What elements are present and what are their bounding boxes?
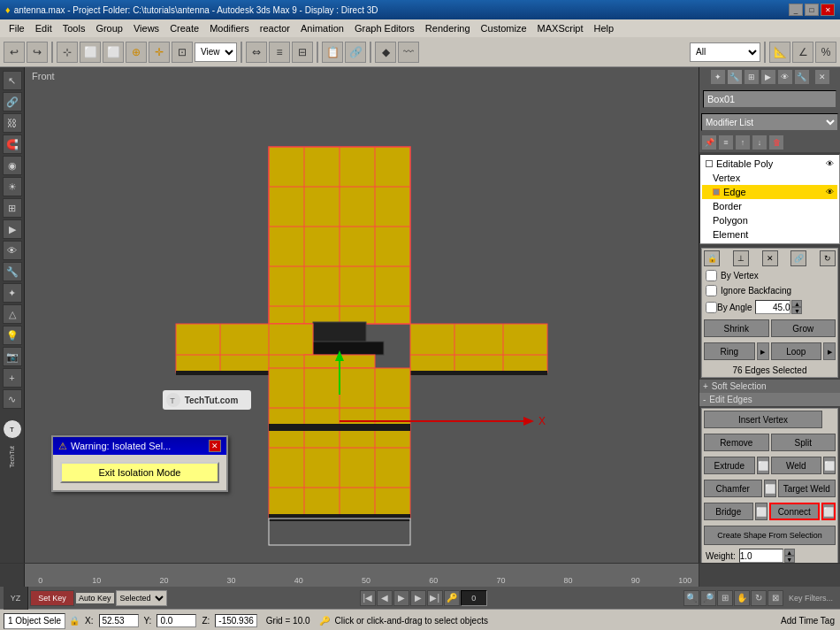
toolbar-snap[interactable]: 📐 xyxy=(769,42,790,63)
tool-light[interactable]: ☀ xyxy=(3,177,22,196)
tool-motion[interactable]: ▶ xyxy=(3,219,22,239)
panel-tab-modify[interactable]: 🔧 xyxy=(727,69,743,85)
toolbar-redo[interactable]: ↪ xyxy=(27,42,48,63)
tool-lights[interactable]: 💡 xyxy=(3,326,22,345)
toolbar-layer[interactable]: 📋 xyxy=(322,42,343,63)
titlebar-controls[interactable]: _ □ ✕ xyxy=(789,4,835,16)
toolbar-region[interactable]: ⬜ xyxy=(80,42,101,63)
connect-settings[interactable]: ⬜ xyxy=(821,503,836,520)
viewport[interactable]: Front xyxy=(25,67,699,563)
tool-cameras[interactable]: 📷 xyxy=(3,347,22,366)
menu-edit[interactable]: Edit xyxy=(30,21,57,35)
modifier-list-dropdown[interactable]: Modifier List xyxy=(701,113,838,131)
weld-settings[interactable]: ⬜ xyxy=(823,457,836,474)
x-value[interactable]: 52.53 xyxy=(99,614,139,627)
toolbar-undo[interactable]: ↩ xyxy=(4,42,25,63)
menu-animation[interactable]: Animation xyxy=(295,21,349,35)
menu-tools[interactable]: Tools xyxy=(57,21,91,35)
chamfer-settings[interactable]: ⬜ xyxy=(764,480,776,497)
toolbar-select[interactable]: ⊹ xyxy=(57,42,78,63)
add-time-tag[interactable]: Add Time Tag xyxy=(779,616,836,626)
stack-editable-poly[interactable]: Editable Poly 👁 xyxy=(702,157,837,171)
extrude-button[interactable]: Extrude xyxy=(704,457,755,474)
menu-reactor[interactable]: reactor xyxy=(255,21,295,35)
stack-delete-btn[interactable]: 🗑 xyxy=(768,134,784,150)
panel-tab-hierarchy[interactable]: ⊞ xyxy=(744,69,760,85)
stack-down-btn[interactable]: ↓ xyxy=(752,134,767,150)
toolbar-percent-snap[interactable]: % xyxy=(815,42,836,63)
stack-nav-lock[interactable]: 🔒 xyxy=(704,250,720,266)
stack-element[interactable]: Element xyxy=(702,227,837,242)
toolbar-mirror[interactable]: ⇔ xyxy=(246,42,267,63)
toolbar-angle-snap[interactable]: ∠ xyxy=(792,42,813,63)
menu-group[interactable]: Group xyxy=(90,21,128,35)
close-button[interactable]: ✕ xyxy=(821,4,835,16)
loop-spinner[interactable]: ▶ xyxy=(823,342,836,360)
angle-up-btn[interactable]: ▲ xyxy=(791,300,802,307)
by-vertex-checkbox[interactable] xyxy=(706,270,717,281)
panel-tab-display[interactable]: 👁 xyxy=(777,69,793,85)
insert-vertex-button[interactable]: Insert Vertex xyxy=(704,411,822,428)
y-value[interactable]: 0.0 xyxy=(157,614,196,627)
menu-modifiers[interactable]: Modifiers xyxy=(204,21,255,35)
panel-tab-utilities[interactable]: 🔧 xyxy=(794,69,810,85)
menu-file[interactable]: File xyxy=(4,21,30,35)
tool-utilities[interactable]: 🔧 xyxy=(3,262,22,281)
toolbar-region2[interactable]: ⬜ xyxy=(103,42,124,63)
key-mode-dropdown[interactable]: Selected xyxy=(116,590,167,606)
angle-down-btn[interactable]: ▼ xyxy=(791,307,802,314)
tool-create[interactable]: ✦ xyxy=(3,283,22,303)
tool-bind[interactable]: 🧲 xyxy=(3,134,22,154)
next-frame-btn[interactable]: ▶ xyxy=(410,590,426,606)
panel-tab-close[interactable]: ✕ xyxy=(814,69,830,85)
split-button[interactable]: Split xyxy=(771,434,836,451)
z-value[interactable]: -150.936 xyxy=(215,614,256,627)
tool-display[interactable]: 👁 xyxy=(3,241,22,260)
connect-button[interactable]: Connect xyxy=(769,503,821,520)
pan-btn[interactable]: ✋ xyxy=(734,590,750,606)
toolbar-rotate[interactable]: ⊕ xyxy=(126,42,147,63)
go-end-btn[interactable]: ▶| xyxy=(427,590,443,606)
bridge-settings[interactable]: ⬜ xyxy=(755,503,767,520)
view-dropdown[interactable]: View xyxy=(195,42,237,62)
stack-nav-reset[interactable]: ↻ xyxy=(820,250,836,266)
stack-border[interactable]: Border xyxy=(702,199,837,213)
grow-button[interactable]: Grow xyxy=(771,319,836,337)
menu-views[interactable]: Views xyxy=(128,21,164,35)
bridge-button[interactable]: Bridge xyxy=(704,503,753,520)
set-key-button[interactable]: Set Key xyxy=(30,590,74,606)
stack-edge[interactable]: Edge 👁 xyxy=(702,185,837,199)
panel-tab-create[interactable]: ✦ xyxy=(710,69,726,85)
stack-pin-btn[interactable]: 📌 xyxy=(701,134,717,150)
panel-tab-motion[interactable]: ▶ xyxy=(760,69,776,85)
maximize-button[interactable]: □ xyxy=(805,4,819,16)
chamfer-button[interactable]: Chamfer xyxy=(704,480,762,497)
zoom-region-btn[interactable]: ⊞ xyxy=(717,590,733,606)
angle-value-input[interactable] xyxy=(755,300,790,314)
tool-hierarchy[interactable]: ⊞ xyxy=(3,198,22,218)
key-mode-btn[interactable]: 🔑 xyxy=(444,590,460,606)
zoom-btn[interactable]: 🔍 xyxy=(683,590,699,606)
menu-graph-editors[interactable]: Graph Editors xyxy=(349,21,420,35)
stack-up-btn[interactable]: ↑ xyxy=(735,134,751,150)
tool-techTut[interactable]: T xyxy=(3,419,22,439)
weld-button[interactable]: Weld xyxy=(771,457,822,474)
soft-selection-header[interactable]: + Soft Selection xyxy=(699,380,840,393)
shrink-button[interactable]: Shrink xyxy=(704,319,769,337)
arc-rotate-btn[interactable]: ↻ xyxy=(751,590,767,606)
stack-nav-instance[interactable]: 🔗 xyxy=(790,250,806,266)
menu-maxscript[interactable]: MAXScript xyxy=(532,21,589,35)
stack-polygon[interactable]: Polygon xyxy=(702,213,837,227)
ignore-backfacing-checkbox[interactable] xyxy=(706,285,717,296)
stack-nav-mirror[interactable]: ⊥ xyxy=(733,250,749,266)
tool-select[interactable]: ↖ xyxy=(3,71,22,90)
play-btn[interactable]: ▶ xyxy=(393,590,409,606)
current-frame-input[interactable] xyxy=(461,590,487,606)
edit-edges-header[interactable]: - Edit Edges xyxy=(699,393,840,406)
toolbar-align[interactable]: ≡ xyxy=(269,42,290,63)
named-selection-dropdown[interactable]: All xyxy=(690,42,760,62)
loop-button[interactable]: Loop xyxy=(771,342,822,360)
stack-params-btn[interactable]: ≡ xyxy=(718,134,734,150)
ring-button[interactable]: Ring xyxy=(704,342,755,360)
by-angle-checkbox[interactable] xyxy=(706,302,717,313)
